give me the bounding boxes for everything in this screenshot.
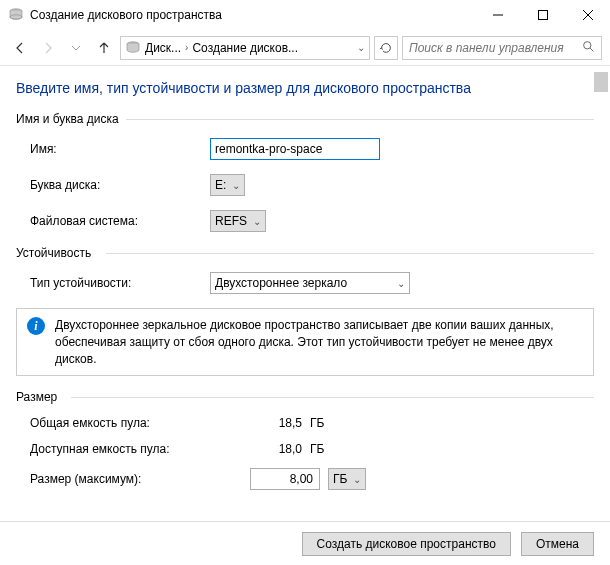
chevron-down-icon[interactable]: ⌄ <box>357 42 365 53</box>
svg-point-7 <box>584 41 591 48</box>
max-size-input[interactable] <box>250 468 320 490</box>
content-area: Введите имя, тип устойчивости и размер д… <box>0 66 610 526</box>
maximize-button[interactable] <box>520 0 565 30</box>
chevron-down-icon: ⌄ <box>232 180 240 191</box>
available-capacity-unit: ГБ <box>310 442 324 456</box>
breadcrumb-seg[interactable]: Создание дисков... <box>192 41 298 55</box>
back-button[interactable] <box>8 36 32 60</box>
total-capacity-unit: ГБ <box>310 416 324 430</box>
chevron-down-icon: ⌄ <box>353 474 361 485</box>
drive-letter-value: E: <box>215 178 226 192</box>
filesystem-label: Файловая система: <box>30 214 210 228</box>
group-size: Размер <box>16 390 594 404</box>
chevron-down-icon: ⌄ <box>397 278 405 289</box>
titlebar: Создание дискового пространства <box>0 0 610 30</box>
forward-button[interactable] <box>36 36 60 60</box>
available-capacity-label: Доступная емкость пула: <box>30 442 250 456</box>
name-label: Имя: <box>30 142 210 156</box>
info-box: i Двухстороннее зеркальное дисковое прос… <box>16 308 594 376</box>
close-button[interactable] <box>565 0 610 30</box>
search-icon[interactable] <box>582 40 595 56</box>
info-text: Двухстороннее зеркальное дисковое простр… <box>55 317 583 367</box>
name-input[interactable] <box>210 138 380 160</box>
storage-spaces-icon <box>8 7 24 23</box>
resiliency-label: Тип устойчивости: <box>30 276 210 290</box>
page-title: Введите имя, тип устойчивости и размер д… <box>16 80 594 96</box>
chevron-down-icon: ⌄ <box>253 216 261 227</box>
footer: Создать дисковое пространство Отмена <box>0 521 610 565</box>
total-capacity-label: Общая емкость пула: <box>30 416 250 430</box>
create-button[interactable]: Создать дисковое пространство <box>302 532 511 556</box>
breadcrumb-seg[interactable]: Диск... <box>145 41 181 55</box>
search-box[interactable] <box>402 36 602 60</box>
max-size-label: Размер (максимум): <box>30 472 250 486</box>
resiliency-value: Двухстороннее зеркало <box>215 276 347 290</box>
window-controls <box>475 0 610 30</box>
cancel-button[interactable]: Отмена <box>521 532 594 556</box>
filesystem-select[interactable]: REFS ⌄ <box>210 210 266 232</box>
search-input[interactable] <box>409 41 582 55</box>
group-resiliency: Устойчивость <box>16 246 594 260</box>
drive-letter-label: Буква диска: <box>30 178 210 192</box>
minimize-button[interactable] <box>475 0 520 30</box>
recent-dropdown[interactable] <box>64 36 88 60</box>
breadcrumb[interactable]: Диск... › Создание дисков... ⌄ <box>120 36 370 60</box>
window-title: Создание дискового пространства <box>30 8 475 22</box>
total-capacity-value: 18,5 <box>250 416 310 430</box>
available-capacity-value: 18,0 <box>250 442 310 456</box>
filesystem-value: REFS <box>215 214 247 228</box>
navbar: Диск... › Создание дисков... ⌄ <box>0 30 610 66</box>
svg-line-8 <box>590 48 593 51</box>
svg-rect-3 <box>538 11 547 20</box>
group-name-drive: Имя и буква диска <box>16 112 594 126</box>
size-unit-value: ГБ <box>333 472 347 486</box>
drive-letter-select[interactable]: E: ⌄ <box>210 174 245 196</box>
info-icon: i <box>27 317 45 335</box>
storage-spaces-icon <box>125 40 141 56</box>
chevron-right-icon: › <box>185 42 188 53</box>
resiliency-select[interactable]: Двухстороннее зеркало ⌄ <box>210 272 410 294</box>
size-unit-select[interactable]: ГБ ⌄ <box>328 468 366 490</box>
refresh-button[interactable] <box>374 36 398 60</box>
up-button[interactable] <box>92 36 116 60</box>
